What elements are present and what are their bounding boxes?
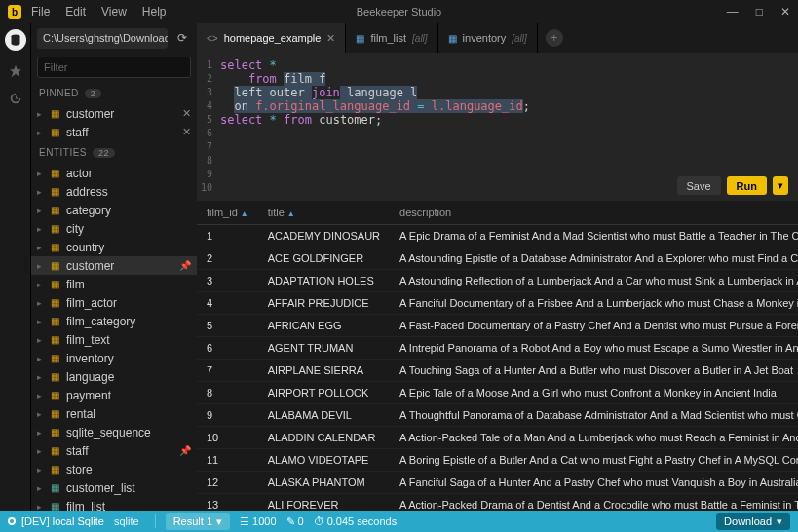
table-row[interactable]: 1ACADEMY DINOSAURA Epic Drama of a Femin… [197,225,798,247]
tab[interactable]: ▦inventory[all] [438,23,538,53]
cell[interactable]: AIRPLANE SIERRA [258,360,390,382]
table-row[interactable]: 12ALASKA PHANTOMA Fanciful Saga of a Hun… [197,472,798,494]
cell[interactable]: AGENT TRUMAN [258,337,390,360]
cell[interactable]: 1 [197,225,258,247]
cell[interactable]: A Epic Drama of a Feminist And a Mad Sci… [390,225,798,247]
cell[interactable]: A Touching Saga of a Hunter And a Butler… [390,360,798,382]
entity-item[interactable]: ▸▦actor [31,164,197,182]
cell[interactable]: A Action-Packed Tale of a Man And a Lumb… [390,427,798,449]
unpin-icon[interactable]: ✕ [182,107,191,120]
entity-item[interactable]: ▸▦category [31,201,197,219]
cell[interactable]: ADAPTATION HOLES [258,270,390,292]
entity-item[interactable]: ▸▦film_category [31,312,197,330]
refresh-button[interactable]: ⟳ [173,31,191,45]
menu-help[interactable]: Help [142,5,167,19]
table-row[interactable]: 4AFFAIR PREJUDICEA Fanciful Documentary … [197,292,798,315]
sql-editor[interactable]: 1select *2 from film f3 left outer join … [197,53,798,201]
close-icon[interactable]: ✕ [780,5,790,19]
result-selector[interactable]: Result 1▾ [166,513,230,530]
entity-item[interactable]: ▸▦film [31,275,197,293]
entity-item[interactable]: ▸▦rental [31,404,197,423]
entity-item[interactable]: ▸▦inventory [31,349,197,367]
table-row[interactable]: 2ACE GOLDFINGERA Astounding Epistle of a… [197,247,798,270]
table-row[interactable]: 10ALADDIN CALENDARA Action-Packed Tale o… [197,427,798,449]
column-header[interactable]: description [390,201,798,225]
entity-item[interactable]: ▸▦address [31,182,197,201]
history-icon[interactable] [9,92,22,105]
code-line[interactable]: from film f [220,72,325,86]
cell[interactable]: 5 [197,315,258,337]
cell[interactable]: 10 [197,427,258,449]
cell[interactable]: ACADEMY DINOSAUR [258,225,390,247]
menu-edit[interactable]: Edit [65,5,86,19]
entity-item[interactable]: ▸▦city [31,219,197,238]
cell[interactable]: A Epic Tale of a Moose And a Girl who mu… [390,382,798,404]
entity-item[interactable]: ▸▦film_list [31,497,197,511]
cell[interactable]: ALABAMA DEVIL [258,404,390,427]
table-row[interactable]: 9ALABAMA DEVILA Thoughtful Panorama of a… [197,404,798,427]
pinned-header[interactable]: PINNED 2 [31,82,197,104]
cell[interactable]: A Fanciful Documentary of a Frisbee And … [390,292,798,315]
cell[interactable]: A Astounding Epistle of a Database Admin… [390,247,798,270]
entity-item[interactable]: ▸▦payment [31,386,197,404]
entity-item[interactable]: ▸▦film_actor [31,293,197,312]
cell[interactable]: 11 [197,449,258,472]
cell[interactable]: A Astounding Reflection of a Lumberjack … [390,270,798,292]
database-icon[interactable] [5,29,26,51]
maximize-icon[interactable]: □ [756,5,763,19]
cell[interactable]: ALAMO VIDEOTAPE [258,449,390,472]
entity-item[interactable]: ▸▦staff📌 [31,441,197,460]
cell[interactable]: 6 [197,337,258,360]
download-button[interactable]: Download▾ [716,513,790,530]
column-header[interactable]: title▲ [258,201,390,225]
cell[interactable]: 8 [197,382,258,404]
table-row[interactable]: 3ADAPTATION HOLESA Astounding Reflection… [197,270,798,292]
entity-item[interactable]: ▸▦language [31,367,197,386]
cell[interactable]: ALADDIN CALENDAR [258,427,390,449]
run-button[interactable]: Run [727,176,767,195]
cell[interactable]: AIRPORT POLLOCK [258,382,390,404]
cell[interactable]: A Thoughtful Panorama of a Database Admi… [390,404,798,427]
unpin-icon[interactable]: ✕ [182,126,191,138]
table-row[interactable]: 5AFRICAN EGGA Fast-Paced Documentary of … [197,315,798,337]
pinned-item[interactable]: ▸▦staff✕ [31,123,197,141]
cell[interactable]: A Fanciful Saga of a Hunter And a Pastry… [390,472,798,494]
cell[interactable]: ACE GOLDFINGER [258,247,390,270]
cell[interactable]: 3 [197,270,258,292]
connection-selector[interactable]: C:\Users\ghstng\Downloads ▾ [37,28,168,49]
minimize-icon[interactable]: — [727,5,739,19]
cell[interactable]: A Intrepid Panorama of a Robot And a Boy… [390,337,798,360]
table-row[interactable]: 11ALAMO VIDEOTAPEA Boring Epistle of a B… [197,449,798,472]
cell[interactable]: A Boring Epistle of a Butler And a Cat w… [390,449,798,472]
cell[interactable]: 12 [197,472,258,494]
cell[interactable]: A Action-Packed Drama of a Dentist And a… [390,494,798,512]
pin-icon[interactable]: 📌 [179,445,191,456]
cell[interactable]: 7 [197,360,258,382]
cell[interactable]: ALI FOREVER [258,494,390,512]
entity-item[interactable]: ▸▦customer_list [31,478,197,497]
entity-item[interactable]: ▸▦customer📌 [31,256,197,275]
table-row[interactable]: 8AIRPORT POLLOCKA Epic Tale of a Moose A… [197,382,798,404]
table-row[interactable]: 7AIRPLANE SIERRAA Touching Saga of a Hun… [197,360,798,382]
tab[interactable]: ▦film_list[all] [346,23,437,53]
column-header[interactable]: film_id▲ [197,201,258,225]
cell[interactable]: 13 [197,494,258,512]
save-button[interactable]: Save [677,176,721,195]
entity-item[interactable]: ▸▦country [31,238,197,256]
new-tab-button[interactable]: + [546,29,563,47]
cell[interactable]: A Fast-Paced Documentary of a Pastry Che… [390,315,798,337]
cell[interactable]: 4 [197,292,258,315]
run-dropdown[interactable]: ▾ [773,176,788,195]
code-line[interactable]: select * [220,58,277,72]
menu-view[interactable]: View [101,5,127,19]
entity-item[interactable]: ▸▦store [31,460,197,478]
tab[interactable]: <>homepage_example✕ [197,23,346,53]
table-row[interactable]: 13ALI FOREVERA Action-Packed Drama of a … [197,494,798,512]
entities-header[interactable]: ENTITIES 22 [31,141,197,164]
filter-input[interactable] [37,57,191,78]
cell[interactable]: 2 [197,247,258,270]
code-line[interactable]: left outer join language l [220,86,417,99]
table-row[interactable]: 6AGENT TRUMANA Intrepid Panorama of a Ro… [197,337,798,360]
entity-item[interactable]: ▸▦film_text [31,330,197,349]
star-icon[interactable] [9,64,22,78]
